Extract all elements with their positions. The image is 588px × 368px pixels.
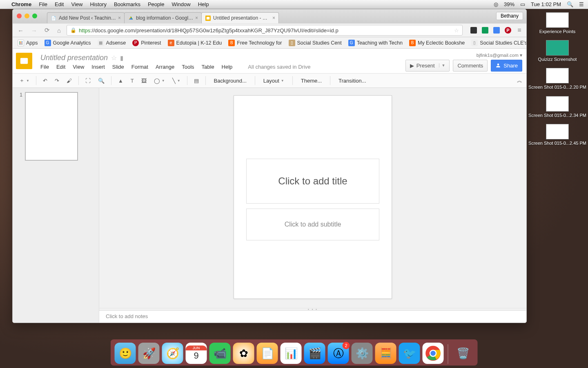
calendar-icon[interactable]: JUN9	[186, 343, 207, 364]
bookmark-item[interactable]: BFree Technology for	[227, 39, 283, 47]
present-button[interactable]: ▶Present▼	[405, 60, 450, 72]
extension-icon[interactable]	[493, 27, 500, 34]
extension-icon[interactable]	[470, 27, 477, 34]
share-button[interactable]: Share	[491, 60, 522, 72]
select-tool-button[interactable]: ▲	[116, 76, 126, 85]
menu-format[interactable]: Format	[131, 64, 148, 70]
desktop-icon[interactable]: Screen Shot 015-0...2.45 PM	[533, 124, 582, 146]
battery-icon[interactable]: ▭	[520, 1, 525, 7]
comments-button[interactable]: Comments	[453, 60, 488, 72]
twitter-icon[interactable]: 🐦	[399, 343, 420, 364]
spotlight-icon[interactable]: 🔍	[567, 1, 573, 7]
folder-icon[interactable]: ▮	[120, 54, 123, 62]
bookmark-item[interactable]: ▯Social Studies CLE's	[470, 39, 527, 47]
slide-canvas[interactable]: Click to add title Click to add subtitle	[234, 95, 392, 299]
bookmark-item[interactable]: GTeaching with Techn	[347, 39, 404, 47]
chrome-menu-icon[interactable]: ≡	[516, 27, 523, 34]
bookmark-item[interactable]: PPinterest	[131, 39, 163, 47]
launchpad-icon[interactable]: 🚀	[138, 343, 160, 364]
address-bar[interactable]: 🔒 https://docs.google.com/presentation/d…	[67, 25, 463, 36]
menu-edit[interactable]: Edit	[56, 64, 65, 70]
airdrop-icon[interactable]: ◎	[494, 1, 498, 7]
bookmark-item[interactable]: Apps	[16, 39, 40, 47]
bookmark-item[interactable]: eEdutopia | K-12 Edu	[166, 39, 224, 47]
star-icon[interactable]: ☆	[454, 27, 459, 34]
speaker-notes[interactable]: Click to add notes	[99, 310, 526, 323]
slide-canvas-area[interactable]: Click to add title Click to add subtitle	[99, 88, 526, 323]
close-tab-icon[interactable]: ×	[272, 15, 275, 21]
paint-format-button[interactable]: 🖌	[64, 76, 74, 85]
reload-button[interactable]: ⟳	[43, 26, 51, 35]
desktop-icon[interactable]: Screen Shot 015-0...2.20 PM	[533, 68, 582, 90]
menu-view[interactable]: View	[71, 1, 82, 7]
menu-people[interactable]: People	[148, 1, 164, 7]
clock[interactable]: Tue 1:02 PM	[531, 1, 561, 7]
pages-icon[interactable]: 📄	[257, 343, 278, 364]
star-icon[interactable]: ☆	[111, 54, 117, 62]
zoom-button[interactable]: 🔍	[96, 76, 107, 85]
menu-bookmarks[interactable]: Bookmarks	[114, 1, 140, 7]
keynote-icon[interactable]: 🎬	[304, 343, 325, 364]
menu-table[interactable]: Table	[202, 64, 214, 70]
finder-icon[interactable]: 🙂	[115, 343, 136, 364]
facetime-icon[interactable]: 📹	[209, 343, 231, 364]
menubar-app[interactable]: Chrome	[11, 1, 31, 7]
image-tool-button[interactable]: 🖼	[139, 76, 149, 85]
desktop-icon[interactable]: Screen Shot 015-0...2.34 PM	[533, 96, 582, 118]
chrome-icon[interactable]	[423, 343, 444, 364]
menu-tools[interactable]: Tools	[182, 64, 194, 70]
zoom-window-button[interactable]	[32, 13, 37, 18]
redo-button[interactable]: ↷	[52, 76, 62, 85]
forward-button[interactable]: →	[29, 26, 39, 35]
bookmark-item[interactable]: ▯Social Studies Cent	[287, 39, 343, 47]
close-tab-icon[interactable]: ×	[118, 15, 121, 21]
desktop-icon[interactable]: Quizizz Screenshot	[533, 40, 582, 62]
photos-icon[interactable]: ✿	[233, 343, 254, 364]
comment-tool-button[interactable]: ▤	[192, 76, 201, 85]
browser-tab-active[interactable]: Untitled presentation - Goo ×	[201, 12, 279, 23]
menu-history[interactable]: History	[90, 1, 106, 7]
menu-slide[interactable]: Slide	[112, 64, 124, 70]
textbox-tool-button[interactable]: T	[128, 76, 136, 85]
bookmark-item[interactable]: ▦Adsense	[96, 39, 128, 47]
document-title[interactable]: Untitled presentation	[40, 54, 108, 62]
pinterest-extension-icon[interactable]: P	[504, 27, 512, 34]
undo-button[interactable]: ↶	[40, 76, 50, 85]
menu-list-icon[interactable]: ☰	[579, 1, 584, 7]
slide-thumbnail[interactable]	[25, 92, 78, 161]
shape-tool-button[interactable]: ◯▼	[151, 76, 167, 85]
subtitle-placeholder[interactable]: Click to add subtitle	[246, 209, 379, 240]
desktop-icon[interactable]: Experience Points	[533, 12, 582, 34]
calculator-icon[interactable]: 🧮	[375, 343, 396, 364]
menu-window[interactable]: Window	[172, 1, 190, 7]
numbers-icon[interactable]: 📊	[281, 343, 302, 364]
close-tab-icon[interactable]: ×	[195, 15, 198, 21]
home-button[interactable]: ⌂	[56, 26, 62, 35]
minimize-window-button[interactable]	[24, 13, 29, 18]
chrome-profile-button[interactable]: Bethany	[496, 12, 523, 20]
background-button[interactable]: Background...	[210, 76, 251, 85]
menu-insert[interactable]: Insert	[91, 64, 105, 70]
title-placeholder[interactable]: Click to add title	[246, 159, 379, 204]
appstore-icon[interactable]: Ⓐ2	[328, 343, 349, 364]
transition-button[interactable]: Transition...	[334, 76, 370, 85]
menu-help[interactable]: Help	[198, 1, 209, 7]
bookmark-item[interactable]: BMy Eclectic Bookshe	[408, 39, 466, 47]
slides-logo-icon[interactable]	[16, 53, 32, 69]
theme-button[interactable]: Theme...	[297, 76, 326, 85]
menu-help[interactable]: Help	[222, 64, 233, 70]
back-button[interactable]: ←	[16, 26, 25, 35]
line-tool-button[interactable]: ╲▼	[170, 76, 183, 85]
close-window-button[interactable]	[17, 13, 22, 18]
menu-arrange[interactable]: Arrange	[156, 64, 174, 70]
collapse-toolbar-icon[interactable]: ︽	[517, 77, 522, 84]
layout-button[interactable]: Layout▼	[259, 76, 288, 85]
extension-icon[interactable]	[481, 27, 489, 34]
chevron-down-icon[interactable]: ▼	[439, 63, 445, 67]
trash-icon[interactable]: 🗑️	[452, 343, 474, 364]
menu-view[interactable]: View	[73, 64, 84, 70]
browser-tab[interactable]: 📄 Add New Post ‹ Teaching w ×	[47, 12, 125, 23]
bookmark-item[interactable]: GGoogle Analytics	[43, 39, 93, 47]
menu-edit[interactable]: Edit	[55, 1, 64, 7]
menu-file[interactable]: File	[39, 1, 47, 7]
